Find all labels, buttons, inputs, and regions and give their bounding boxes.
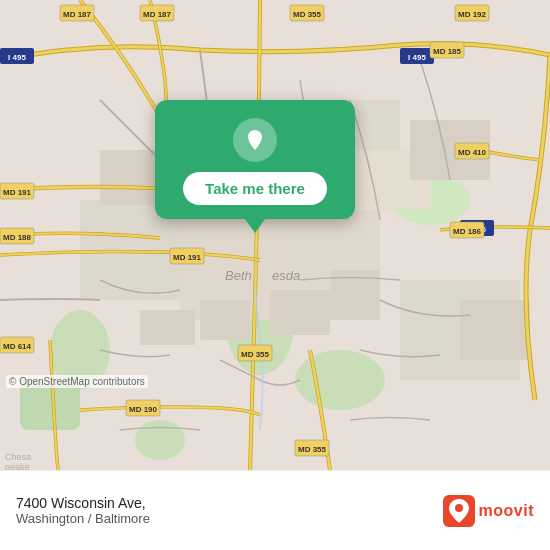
attribution-text: © OpenStreetMap contributors [6, 375, 148, 388]
svg-text:esda: esda [272, 268, 300, 283]
svg-rect-13 [270, 290, 330, 335]
svg-text:MD 187: MD 187 [63, 10, 92, 19]
svg-text:I 495: I 495 [408, 53, 426, 62]
svg-text:MD 188: MD 188 [3, 233, 32, 242]
svg-rect-15 [140, 310, 195, 345]
map-container: I 495 I 495 I 495 MD 187 MD 187 MD 355 M… [0, 0, 550, 470]
svg-text:MD 187: MD 187 [143, 10, 172, 19]
svg-rect-12 [200, 300, 250, 340]
svg-rect-18 [460, 300, 530, 360]
svg-text:MD 186: MD 186 [453, 227, 482, 236]
svg-text:MD 410: MD 410 [458, 148, 487, 157]
svg-text:MD 355: MD 355 [241, 350, 270, 359]
bottom-address-section: 7400 Wisconsin Ave, Washington / Baltimo… [16, 495, 150, 526]
bottom-bar: 7400 Wisconsin Ave, Washington / Baltimo… [0, 470, 550, 550]
svg-text:MD 190: MD 190 [129, 405, 158, 414]
moovit-icon [443, 495, 475, 527]
svg-text:I 495: I 495 [8, 53, 26, 62]
svg-text:MD 191: MD 191 [173, 253, 202, 262]
svg-text:MD 191: MD 191 [3, 188, 32, 197]
svg-text:MD 355: MD 355 [293, 10, 322, 19]
svg-text:MD 192: MD 192 [458, 10, 487, 19]
svg-text:Chesa: Chesa [5, 452, 31, 462]
map-svg: I 495 I 495 I 495 MD 187 MD 187 MD 355 M… [0, 0, 550, 470]
svg-point-4 [135, 420, 185, 460]
svg-text:peake: peake [5, 462, 30, 470]
svg-text:MD 614: MD 614 [3, 342, 32, 351]
moovit-logo: moovit [443, 495, 534, 527]
moovit-text: moovit [479, 502, 534, 520]
location-pin-circle [233, 118, 277, 162]
location-pin-icon [243, 128, 267, 152]
city-text: Washington / Baltimore [16, 511, 150, 526]
popup-bubble: Take me there [155, 100, 355, 219]
svg-text:MD 355: MD 355 [298, 445, 327, 454]
svg-point-59 [455, 504, 463, 512]
address-text: 7400 Wisconsin Ave, [16, 495, 150, 511]
svg-text:Beth: Beth [225, 268, 252, 283]
svg-text:MD 185: MD 185 [433, 47, 462, 56]
svg-point-2 [295, 350, 385, 410]
take-me-there-button[interactable]: Take me there [183, 172, 327, 205]
